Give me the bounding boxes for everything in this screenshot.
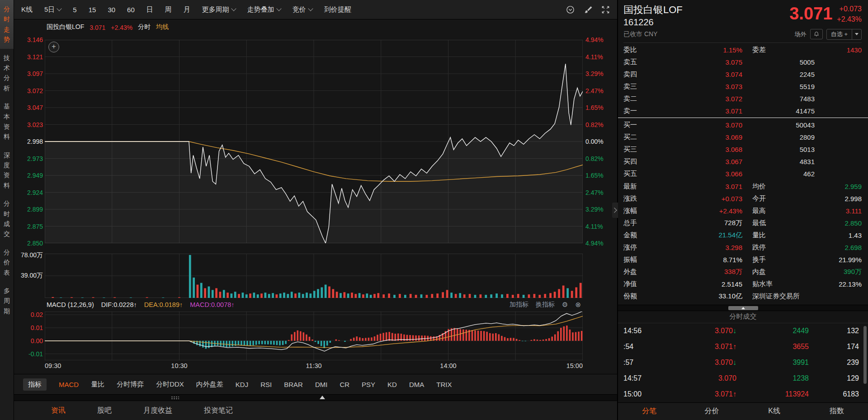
macd-histogram-bar (199, 341, 201, 346)
toolbar-item-30[interactable]: 30 (108, 6, 115, 14)
indicator-tab-KD[interactable]: KD (387, 381, 397, 388)
volume-bar (420, 294, 423, 298)
volume-plot[interactable] (45, 254, 583, 298)
toolbar-item-5日[interactable]: 5日 (44, 5, 61, 14)
stat-value: +2.43% (655, 207, 742, 215)
price-plot[interactable]: + (45, 40, 583, 243)
sidebar-item-技术分析[interactable]: 技 术 分 析 (0, 49, 14, 98)
percent-axis-label: 0.82% (585, 155, 604, 162)
splitter-triangle-icon[interactable] (320, 396, 325, 399)
quote-tab-指数[interactable]: 指数 (806, 406, 868, 416)
macd-plot[interactable] (45, 311, 583, 360)
brush-icon[interactable] (584, 5, 592, 14)
indicator-tab-分时DDX[interactable]: 分时DDX (156, 380, 184, 389)
legend-ma-tab[interactable]: 均线 (156, 23, 169, 31)
toolbar-item-月[interactable]: 月 (184, 5, 190, 14)
orderbook-row-卖一[interactable]: 卖一3.07141475 (618, 105, 868, 117)
level-price: 3.071 (655, 107, 742, 115)
splitter-grip-icon[interactable] (171, 396, 179, 399)
volume-bar (455, 294, 457, 298)
indicator-tab-分时博弈[interactable]: 分时博弈 (117, 380, 144, 389)
macd-histogram-bar (531, 340, 533, 341)
toolbar-item-竞价[interactable]: 竞价 (292, 5, 312, 14)
content-tab-月度收益[interactable]: 月度收益 (143, 406, 172, 415)
indicator-tab-量比[interactable]: 量比 (91, 380, 104, 389)
toolbar-item-走势叠加[interactable]: 走势叠加 (247, 5, 281, 14)
indicator-tab-BRAR[interactable]: BRAR (284, 381, 303, 388)
legend-minute-tab[interactable]: 分时 (138, 23, 151, 31)
indicator-tab-PSY[interactable]: PSY (362, 381, 375, 388)
zoom-in-icon[interactable]: + (48, 42, 59, 52)
macd-histogram-bar (418, 335, 420, 341)
volume-bar (130, 297, 132, 298)
fullscreen-icon[interactable] (601, 5, 610, 14)
indicator-tab-DMA[interactable]: DMA (409, 381, 424, 388)
volume-bar (272, 293, 274, 298)
indicator-tab-KDJ[interactable]: KDJ (236, 381, 248, 388)
toolbar-item-K线[interactable]: K线 (21, 5, 33, 14)
indicator-tab-MACD[interactable]: MACD (59, 381, 79, 388)
volume-bar (528, 294, 530, 298)
indicator-chip[interactable]: 指标 (23, 378, 47, 391)
volume-bar (538, 295, 541, 298)
indicator-tab-RSI[interactable]: RSI (260, 381, 272, 388)
switch-indicator-link[interactable]: 换指标 (536, 301, 555, 309)
sidebar-item-分时走势[interactable]: 分 时 走 势 (0, 0, 14, 49)
sidebar-item-深度资料[interactable]: 深 度 资 料 (0, 146, 14, 195)
panel-collapse-handle[interactable] (612, 203, 618, 218)
sidebar-item-分时成交[interactable]: 分 时 成 交 (0, 194, 14, 243)
add-indicator-link[interactable]: 加指标 (509, 301, 528, 309)
add-watchlist-button[interactable]: 自选 + (826, 29, 862, 40)
orderbook-row-买一[interactable]: 买一3.07050043 (618, 119, 868, 131)
orderbook-row-卖二[interactable]: 卖二3.0727483 (618, 93, 868, 105)
content-tab-股吧[interactable]: 股吧 (97, 406, 112, 415)
sidebar-item-基本资料[interactable]: 基 本 资 料 (0, 97, 14, 146)
quote-tab-分价[interactable]: 分价 (680, 406, 743, 416)
orderbook-row-卖四[interactable]: 卖四3.0742245 (618, 68, 868, 80)
indicator-tab-内外盘差[interactable]: 内外盘差 (196, 380, 223, 389)
macd-histogram-bar (229, 341, 231, 347)
indicator-tab-DMI[interactable]: DMI (315, 381, 328, 388)
arrow-down-icon: ↓ (733, 327, 736, 335)
percent-axis-label: 2.47% (585, 87, 604, 94)
toolbar-item-15[interactable]: 15 (89, 6, 96, 14)
sell-buy-separator (618, 118, 868, 118)
sidebar-item-分价表[interactable]: 分 价 表 (0, 243, 14, 282)
toolbar-item-60[interactable]: 60 (127, 6, 135, 14)
orderbook-row-卖五[interactable]: 卖五3.0755005 (618, 56, 868, 68)
percent-axis-label: 0.82% (585, 121, 604, 128)
tick-count: 132 (809, 327, 859, 335)
toolbar-item-周[interactable]: 周 (165, 5, 172, 14)
toolbar-item-label: 日 (146, 5, 153, 14)
indicator-tab-CR[interactable]: CR (340, 381, 349, 388)
toolbar-item-到价提醒[interactable]: 到价提醒 (324, 5, 351, 14)
orderbook-row-买四[interactable]: 买四3.0674831 (618, 156, 868, 168)
macd-histogram-bar (365, 338, 367, 340)
toolbar-item-5[interactable]: 5 (73, 6, 76, 14)
watchlist-dropdown[interactable] (852, 29, 861, 39)
stat-label: 最低 (742, 219, 815, 227)
quote-tab-K线[interactable]: K线 (743, 406, 806, 416)
divider-drag-handle[interactable] (728, 306, 758, 310)
volume-pane: 78.00万39.00万 (14, 254, 617, 298)
content-tab-资讯[interactable]: 资讯 (51, 406, 66, 415)
indicator-tab-TRIX[interactable]: TRIX (436, 381, 452, 388)
scrollbar-thumb[interactable] (863, 326, 867, 384)
orderbook-row-卖三[interactable]: 卖三3.0735519 (618, 80, 868, 93)
toolbar-item-更多周期[interactable]: 更多周期 (202, 5, 236, 14)
orderbook-row-买五[interactable]: 买五3.066462 (618, 168, 868, 180)
quote-tab-分笔[interactable]: 分笔 (618, 406, 680, 416)
sidebar-item-多周期[interactable]: 多 周 期 (0, 282, 14, 320)
app-window: 分 时 走 势技 术 分 析基 本 资 料深 度 资 料分 时 成 交分 价 表… (0, 0, 868, 420)
macd-histogram-bar (495, 333, 497, 341)
history-clock-icon[interactable] (566, 5, 575, 14)
close-circle-icon[interactable]: ⊗ (575, 301, 581, 309)
toolbar-item-日[interactable]: 日 (146, 5, 153, 14)
macd-histogram-bar (459, 329, 461, 341)
gear-icon[interactable]: ⚙ (562, 301, 568, 309)
orderbook-row-买二[interactable]: 买二3.0692809 (618, 131, 868, 143)
orderbook-row-买三[interactable]: 买三3.0685013 (618, 143, 868, 156)
content-tab-投资笔记[interactable]: 投资笔记 (204, 406, 233, 415)
macd-histogram-bar (338, 340, 340, 340)
alert-bell-button[interactable] (810, 29, 823, 39)
